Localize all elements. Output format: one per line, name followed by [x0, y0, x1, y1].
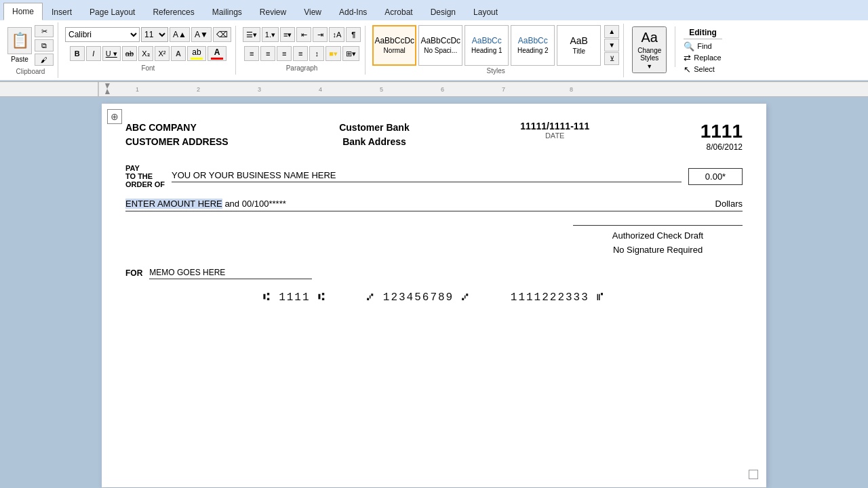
move-handle[interactable]: ⊕: [107, 109, 122, 124]
font-size-select[interactable]: 11: [141, 27, 168, 42]
tab-add-ins[interactable]: Add-Ins: [330, 3, 376, 20]
find-button[interactable]: 🔍 Find: [684, 41, 722, 52]
ribbon: Home Insert Page Layout References Maili…: [0, 0, 868, 82]
increase-font-button[interactable]: A▲: [170, 27, 190, 42]
company-name: ABC COMPANY: [125, 121, 229, 135]
amount-words-section: ENTER AMOUNT HERE and 00/100***** Dollar…: [125, 199, 743, 211]
svg-text:8: 8: [570, 86, 573, 93]
change-styles-button[interactable]: Aa ChangeStyles ▼: [632, 26, 667, 73]
font-color-button[interactable]: A: [208, 46, 226, 61]
separator: [675, 26, 675, 67]
check-date: 8/06/2012: [701, 142, 743, 152]
format-painter-button[interactable]: 🖌: [35, 54, 54, 66]
amount-words-text: ENTER AMOUNT HERE and 00/100*****: [125, 199, 710, 209]
tab-design[interactable]: Design: [422, 3, 465, 20]
order-of-label: ORDER OF: [125, 180, 165, 188]
subscript-button[interactable]: X₂: [138, 46, 153, 61]
company-info: ABC COMPANY CUSTOMER ADDRESS: [125, 121, 229, 149]
styles-group: AaBbCcDc Normal AaBbCcDc No Spaci... AaB…: [368, 24, 624, 77]
decrease-indent-button[interactable]: ⇤: [296, 27, 311, 42]
svg-text:7: 7: [502, 86, 505, 93]
svg-text:2: 2: [197, 86, 200, 93]
clipboard-label: Clipboard: [16, 68, 45, 77]
multilevel-list-button[interactable]: ≡▾: [280, 27, 295, 42]
tab-view[interactable]: View: [295, 3, 330, 20]
align-right-button[interactable]: ≡: [277, 46, 292, 61]
memo-line: MEMO GOES HERE: [149, 268, 312, 279]
paste-button[interactable]: 📋: [7, 27, 32, 54]
amount-words-suffix: and 00/100*****: [222, 199, 286, 209]
payee-name: YOU OR YOUR BUSINESS NAME HERE: [172, 170, 336, 180]
cut-button[interactable]: ✂: [35, 25, 54, 37]
style-title[interactable]: AaB Title: [557, 25, 601, 66]
tab-acrobat[interactable]: Acrobat: [376, 3, 421, 20]
styles-group-label: Styles: [372, 67, 619, 76]
tab-home[interactable]: Home: [3, 3, 43, 20]
amount-words-highlighted: ENTER AMOUNT HERE: [125, 199, 222, 209]
authorized-line2: No Signature Required: [573, 243, 743, 258]
select-button[interactable]: ↖ Select: [684, 64, 722, 75]
sort-button[interactable]: ↕A: [329, 27, 344, 42]
editing-label: Editing: [684, 26, 722, 39]
highlight-color-button[interactable]: ab: [187, 46, 206, 61]
svg-text:5: 5: [380, 86, 383, 93]
copy-button[interactable]: ⧉: [35, 39, 54, 52]
shading-button[interactable]: ■▾: [326, 46, 341, 61]
tab-review[interactable]: Review: [251, 3, 295, 20]
paragraph-group: ☰▾ 1.▾ ≡▾ ⇤ ⇥ ↕A ¶ ≡ ≡ ≡ ≡ ↕ ■▾ ⊞▾ Parag…: [239, 26, 366, 75]
show-hide-button[interactable]: ¶: [346, 27, 361, 42]
style-no-spacing[interactable]: AaBbCcDc No Spaci...: [418, 25, 462, 66]
find-replace-group: 🔍 Find ⇄ Replace ↖ Select: [684, 41, 722, 75]
font-name-select[interactable]: Calibri: [65, 27, 140, 42]
bank-name: Customer Bank: [339, 121, 409, 135]
justify-button[interactable]: ≡: [293, 46, 308, 61]
italic-button[interactable]: I: [86, 46, 101, 61]
styles-scroll-down[interactable]: ▼: [604, 39, 619, 52]
decrease-font-button[interactable]: A▼: [191, 27, 212, 42]
tab-page-layout[interactable]: Page Layout: [81, 3, 144, 20]
micr-middle: ⑇ 123456789 ⑇: [367, 291, 470, 304]
replace-button[interactable]: ⇄ Replace: [684, 53, 722, 63]
numbering-button[interactable]: 1.▾: [262, 27, 279, 42]
svg-text:4: 4: [319, 86, 322, 93]
tab-layout[interactable]: Layout: [465, 3, 507, 20]
font-group-label: Font: [141, 64, 155, 73]
style-normal[interactable]: AaBbCcDc Normal: [372, 25, 416, 66]
borders-button[interactable]: ⊞▾: [342, 46, 359, 61]
styles-scroll-up[interactable]: ▲: [604, 25, 619, 38]
tab-mailings[interactable]: Mailings: [203, 3, 251, 20]
text-effects-button[interactable]: A: [171, 46, 186, 61]
clipboard-group: 📋 Paste ✂ ⧉ 🖌 Clipboard: [3, 22, 58, 78]
amount-value: 0.00*: [705, 171, 726, 182]
increase-indent-button[interactable]: ⇥: [313, 27, 328, 42]
routing-number: 11111/1111-111: [520, 121, 589, 131]
svg-text:6: 6: [441, 86, 444, 93]
underline-button[interactable]: U ▾: [102, 46, 121, 61]
signature-area: Authorized Check Draft No Signature Requ…: [125, 225, 743, 258]
corner-resize-handle[interactable]: [749, 470, 758, 479]
strikethrough-button[interactable]: ab: [122, 46, 137, 61]
memo-value: MEMO GOES HERE: [149, 268, 225, 277]
styles-expand[interactable]: ⊻: [604, 52, 619, 65]
pay-section: PAY TO THE ORDER OF YOU OR YOUR BUSINESS…: [125, 164, 743, 188]
date-label: DATE: [545, 131, 565, 140]
font-group: Calibri 11 A▲ A▼ ⌫ B I U ▾ ab X₂ X² A: [61, 26, 236, 75]
tabs-bar: Home Insert Page Layout References Maili…: [0, 0, 868, 20]
style-heading1[interactable]: AaBbCc Heading 1: [465, 25, 509, 66]
tab-insert[interactable]: Insert: [43, 3, 81, 20]
align-center-button[interactable]: ≡: [260, 46, 275, 61]
superscript-button[interactable]: X²: [155, 46, 170, 61]
svg-text:3: 3: [258, 86, 261, 93]
bank-address: Bank Address: [339, 135, 409, 149]
check-header: ABC COMPANY CUSTOMER ADDRESS Customer Ba…: [125, 121, 743, 152]
align-left-button[interactable]: ≡: [244, 46, 259, 61]
bullets-button[interactable]: ☰▾: [243, 27, 260, 42]
style-heading2[interactable]: AaBbCc Heading 2: [511, 25, 555, 66]
clear-formatting-button[interactable]: ⌫: [213, 27, 231, 42]
tab-references[interactable]: References: [144, 3, 203, 20]
bank-info: Customer Bank Bank Address: [339, 121, 409, 149]
to-the-label: TO THE: [125, 172, 165, 180]
line-spacing-button[interactable]: ↕: [309, 46, 324, 61]
bold-button[interactable]: B: [70, 46, 85, 61]
company-address: CUSTOMER ADDRESS: [125, 135, 229, 149]
